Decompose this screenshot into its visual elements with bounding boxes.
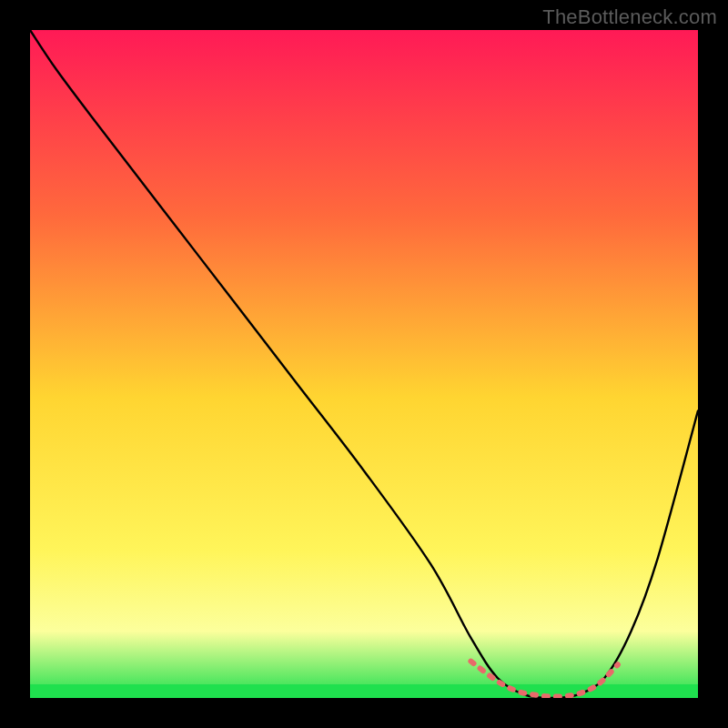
optimal-green-band xyxy=(30,684,698,698)
bottleneck-chart xyxy=(0,0,728,728)
plot-background xyxy=(30,30,698,698)
watermark-text: TheBottleneck.com xyxy=(542,5,717,29)
chart-frame: TheBottleneck.com xyxy=(0,0,728,728)
